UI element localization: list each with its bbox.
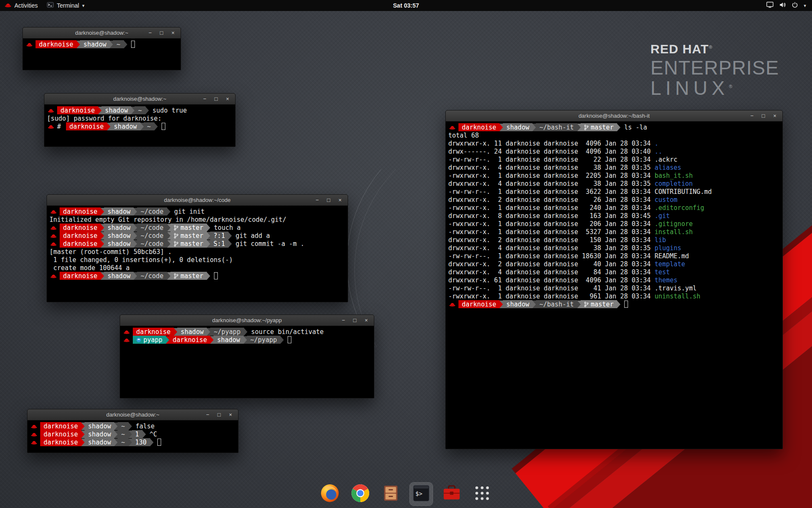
dock-item-show-apps[interactable]: [471, 483, 494, 505]
close-button[interactable]: ×: [226, 411, 235, 419]
powerline-separator-icon: [167, 232, 170, 240]
close-button[interactable]: ×: [335, 196, 345, 204]
redhat-prompt-icon: [123, 337, 130, 342]
terminal-content[interactable]: darknoiseshadow~sudo true[sudo] password…: [44, 105, 235, 146]
command-text: git add a: [236, 232, 270, 240]
prompt-segment-user: darknoise: [66, 122, 107, 130]
prompt-segment-path: ~/pyapp: [210, 328, 244, 336]
clock[interactable]: Sat 03:57: [393, 2, 419, 9]
dock-item-terminal[interactable]: $>: [410, 483, 433, 505]
terminal-prompt-line: darknoiseshadow~/bash-itmaster: [448, 300, 780, 308]
terminal-content[interactable]: darknoiseshadow~/codegit initInitialized…: [47, 206, 348, 302]
prompt-segment-status: 130: [132, 438, 150, 446]
close-button[interactable]: ×: [223, 95, 232, 103]
window-titlebar[interactable]: darknoise@shadow:~/bash-it−□×: [446, 110, 782, 121]
terminal-output-line: drwx------. 24 darknoise darknoise 4096 …: [448, 147, 780, 155]
prompt-segment-host: shadow: [104, 240, 134, 248]
close-button[interactable]: ×: [168, 29, 178, 37]
powerline-separator-icon: [207, 232, 210, 240]
prompt-segment-host: shadow: [177, 328, 207, 336]
maximize-button[interactable]: □: [324, 196, 333, 204]
prompt-segment-user: darknoise: [60, 232, 101, 240]
terminal-content[interactable]: darknoiseshadow~/pyappsource bin/activat…: [120, 326, 374, 398]
maximize-button[interactable]: □: [211, 95, 221, 103]
powerline-separator-icon: [81, 422, 85, 430]
minimize-button[interactable]: −: [200, 95, 209, 103]
powerline-separator-icon: [577, 301, 581, 308]
prompt-segment-branch: master: [170, 272, 207, 280]
minimize-button[interactable]: −: [203, 411, 212, 419]
terminal-app-icon: [47, 2, 54, 9]
minimize-button[interactable]: −: [747, 112, 757, 120]
terminal-prompt-line: darknoiseshadow~/bash-itmasterls -la: [448, 123, 780, 131]
window-controls: −□×: [747, 112, 782, 120]
command-text: git init: [174, 208, 205, 215]
python-venv-icon: [136, 337, 141, 342]
command-text: ^C: [150, 431, 157, 438]
prompt-segment-user: darknoise: [57, 106, 98, 114]
minimize-button[interactable]: −: [339, 316, 348, 325]
activities-button[interactable]: Activities: [0, 0, 42, 11]
prompt-segment-path: ~/pyapp: [247, 336, 280, 344]
terminal-icon: $>: [412, 484, 430, 504]
terminal-content[interactable]: darknoiseshadow~/bash-itmasterls -latota…: [446, 121, 782, 449]
powerline-separator-icon: [107, 123, 110, 130]
show-apps-icon: [474, 485, 490, 503]
powerline-separator-icon: [134, 240, 137, 248]
prompt-segment-branch: master: [170, 224, 207, 232]
powerline-separator-icon: [81, 431, 85, 438]
dock-item-firefox[interactable]: [318, 483, 341, 505]
terminal-cursor: [157, 439, 161, 446]
power-icon: [792, 2, 798, 9]
terminal-output-line: -rwxrwxr-x. 1 darknoise darknoise 206 Ja…: [448, 220, 780, 228]
prompt-segment-branch: master: [170, 240, 207, 248]
terminal-prompt-line: darknoiseshadow~130: [30, 438, 236, 446]
window-titlebar[interactable]: darknoise@shadow:~−□×: [44, 94, 235, 105]
terminal-cursor: [288, 336, 291, 343]
terminal-output-line: drwxrwxr-x. 61 darknoise darknoise 4096 …: [448, 276, 780, 284]
close-button[interactable]: ×: [362, 316, 371, 325]
powerline-separator-icon: [207, 328, 210, 336]
powerline-separator-icon: [499, 301, 503, 308]
powerline-separator-icon: [98, 107, 102, 114]
chrome-icon: [351, 484, 370, 504]
redhat-prompt-icon: [48, 124, 54, 129]
prompt-segment-user: darknoise: [60, 207, 101, 215]
terminal-content[interactable]: darknoiseshadow~: [23, 39, 181, 70]
maximize-button[interactable]: □: [759, 112, 768, 120]
minimize-button[interactable]: −: [145, 29, 155, 37]
command-text: touch a: [214, 224, 241, 232]
prompt-segment-host: shadow: [85, 422, 114, 430]
minimize-button[interactable]: −: [313, 196, 322, 204]
powerline-separator-icon: [244, 328, 247, 336]
dock-item-toolbox[interactable]: [440, 483, 463, 505]
window-titlebar[interactable]: darknoise@shadow:~/code−□×: [47, 195, 348, 206]
redhat-prompt-icon: [449, 302, 455, 307]
redhat-prompt-icon: [31, 424, 37, 429]
prompt-segment-path: ~/code: [137, 207, 167, 215]
terminal-output-line: drwxrwxr-x. 11 darknoise darknoise 4096 …: [448, 139, 780, 147]
powerline-separator-icon: [167, 224, 170, 232]
dock-item-files[interactable]: [379, 483, 402, 505]
system-status-area[interactable]: ▾: [760, 0, 812, 11]
dock-item-chrome[interactable]: [349, 483, 372, 505]
maximize-button[interactable]: □: [350, 316, 359, 325]
terminal-output-line: drwxrwxr-x. 4 darknoise darknoise 38 Jan…: [448, 163, 780, 171]
powerline-separator-icon: [129, 431, 132, 438]
display-icon: [766, 2, 774, 9]
window-titlebar[interactable]: darknoise@shadow:~−□×: [27, 409, 238, 420]
terminal-prompt-line: # darknoiseshadow~: [47, 122, 233, 130]
firefox-icon: [321, 484, 339, 504]
powerline-separator-icon: [150, 439, 154, 446]
window-titlebar[interactable]: darknoise@shadow:~−□×: [23, 28, 181, 39]
prompt-segment-status: ?:1: [210, 232, 228, 240]
app-menu-terminal[interactable]: Terminal ▾: [42, 0, 89, 11]
terminal-prompt-line: darknoiseshadow~/pyappsource bin/activat…: [123, 328, 371, 336]
brand-line-enterprise: ENTERPRISE: [650, 58, 779, 78]
powerline-separator-icon: [617, 124, 620, 131]
window-titlebar[interactable]: darknoise@shadow:~/pyapp−□×: [120, 315, 374, 326]
maximize-button[interactable]: □: [214, 411, 224, 419]
close-button[interactable]: ×: [770, 112, 779, 120]
terminal-content[interactable]: darknoiseshadow~falsedarknoiseshadow~1^C…: [27, 420, 238, 453]
maximize-button[interactable]: □: [157, 29, 166, 37]
